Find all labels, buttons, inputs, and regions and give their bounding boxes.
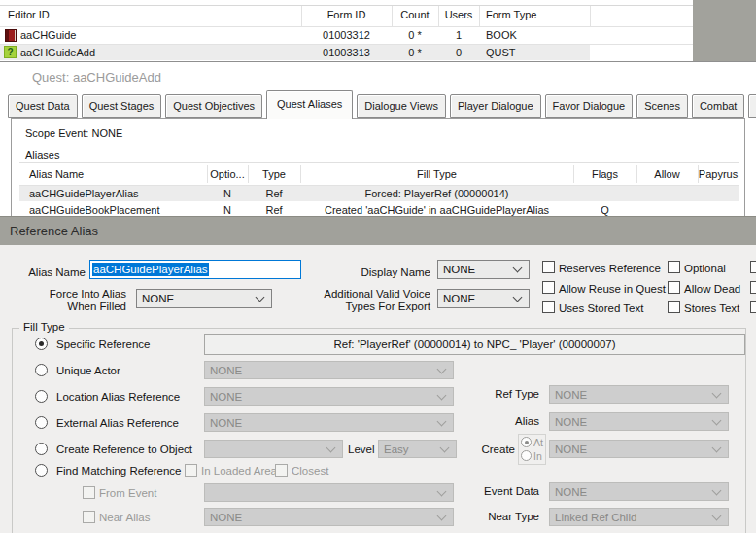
voice-types-value: NONE xyxy=(443,293,475,304)
tab-quest-stages[interactable]: Quest Stages xyxy=(82,94,162,118)
column-header-form-type[interactable]: Form Type xyxy=(486,9,593,22)
uses-stored-text-checkbox[interactable] xyxy=(542,301,555,313)
external-alias-label: External Alias Reference xyxy=(56,417,179,430)
tab-dialogue-views[interactable]: Dialogue Views xyxy=(357,94,446,118)
tab-favors[interactable]: Favors xyxy=(748,94,756,118)
external-alias-value: NONE xyxy=(210,416,242,428)
column-header-users[interactable]: Users xyxy=(438,9,479,22)
reference-alias-title: Reference Alias xyxy=(10,217,98,245)
create-reference-label: Create Reference to Object xyxy=(56,444,192,456)
separator xyxy=(698,165,699,183)
from-event-select xyxy=(204,483,454,502)
separator xyxy=(300,165,301,183)
chevron-down-icon xyxy=(513,293,523,302)
create-label: Create xyxy=(457,444,515,456)
column-header-editor-id[interactable]: Editor ID xyxy=(8,9,290,22)
tab-combat[interactable]: Combat xyxy=(692,94,745,118)
unique-actor-radio[interactable] xyxy=(35,364,48,376)
specific-reference-button[interactable]: Ref: 'PlayerRef' (00000014) to NPC_ 'Pla… xyxy=(204,334,745,355)
column-header-count[interactable]: Count xyxy=(392,9,438,22)
row-form-id: 01003313 xyxy=(301,47,392,60)
separator xyxy=(248,165,249,183)
separator xyxy=(438,6,439,26)
row-users: 0 xyxy=(438,47,479,60)
allow-dead-checkbox[interactable] xyxy=(668,281,680,294)
column-header-type[interactable]: Type xyxy=(248,168,300,182)
tab-scenes[interactable]: Scenes xyxy=(636,94,688,118)
from-event-checkbox xyxy=(83,486,95,499)
separator xyxy=(301,6,302,26)
tab-player-dialogue[interactable]: Player Dialogue xyxy=(450,94,541,118)
chevron-down-icon xyxy=(437,416,447,426)
quest-window-title: Quest: aaCHGuideAdd xyxy=(32,70,161,85)
row-form-type: BOOK xyxy=(486,29,583,43)
location-alias-label: Location Alias Reference xyxy=(56,391,180,404)
create-reference-select xyxy=(204,440,343,458)
force-into-alias-select[interactable]: NONE xyxy=(136,289,272,308)
chevron-down-icon xyxy=(256,293,265,302)
column-header-fill-type[interactable]: Fill Type xyxy=(300,168,573,182)
tab-quest-objectives[interactable]: Quest Objectives xyxy=(165,94,262,118)
alias-label: Alias xyxy=(481,415,539,428)
separator xyxy=(479,6,480,26)
fill-type-cell: Forced: PlayerRef (00000014) xyxy=(300,188,573,201)
alias-name-input[interactable]: aaCHGuidePlayerAlias xyxy=(89,260,301,279)
external-alias-radio[interactable] xyxy=(35,416,48,429)
column-header-allow[interactable]: Allow xyxy=(636,168,698,182)
alias-value: NONE xyxy=(555,415,587,427)
column-header-papyrus[interactable]: Papyrus xyxy=(698,168,739,182)
row-form-id: 01003312 xyxy=(301,29,392,43)
quest-window: Quest: aaCHGuideAdd Quest Data Quest Sta… xyxy=(0,61,756,216)
tab-quest-data[interactable]: Quest Data xyxy=(8,94,78,118)
find-matching-radio[interactable] xyxy=(35,464,48,477)
ref-type-value: NONE xyxy=(555,388,587,400)
ref-type-label: Ref Type xyxy=(481,388,539,401)
allow-reuse-checkbox[interactable] xyxy=(542,281,555,294)
force-into-alias-value: NONE xyxy=(142,293,174,304)
row-count: 0 * xyxy=(392,29,438,43)
type-cell: Ref xyxy=(248,188,300,201)
closest-checkbox xyxy=(275,464,288,477)
specific-reference-radio[interactable] xyxy=(35,338,48,350)
row-users: 1 xyxy=(438,29,479,43)
create-at-radio xyxy=(521,437,532,447)
column-header-flags[interactable]: Flags xyxy=(573,168,636,182)
reference-alias-titlebar[interactable]: Reference Alias xyxy=(0,216,756,245)
reserves-reference-checkbox[interactable] xyxy=(542,261,555,273)
voice-types-label-line2: Types For Export xyxy=(290,301,430,313)
row-editor-id: aaCHGuide xyxy=(20,29,283,43)
chevron-down-icon xyxy=(712,485,722,495)
voice-types-select[interactable]: NONE xyxy=(437,289,530,308)
external-alias-select: NONE xyxy=(204,413,454,432)
stores-text-label: Stores Text xyxy=(684,302,739,315)
create-in-label: In xyxy=(533,450,542,463)
from-event-label: From Event xyxy=(99,487,156,500)
alias-name-cell: aaCHGuidePlayerAlias xyxy=(29,188,204,201)
alias-name-selected-text: aaCHGuidePlayerAlias xyxy=(92,263,209,276)
chevron-down-icon xyxy=(437,364,447,373)
chevron-down-icon xyxy=(712,511,722,520)
fill-type-legend: Fill Type xyxy=(19,321,69,333)
separator xyxy=(0,26,693,27)
column-header-form-id[interactable]: Form ID xyxy=(301,9,392,22)
separator xyxy=(590,6,591,26)
column-header-optional[interactable]: Optio... xyxy=(207,168,248,182)
clipped-checkbox[interactable] xyxy=(750,301,756,313)
column-header-alias-name[interactable]: Alias Name xyxy=(29,168,204,182)
clipped-checkbox[interactable] xyxy=(750,281,756,294)
in-loaded-area-checkbox xyxy=(185,464,197,477)
create-reference-radio[interactable] xyxy=(35,443,48,455)
tab-favor-dialogue[interactable]: Favor Dialogue xyxy=(545,94,634,118)
clipped-checkbox[interactable] xyxy=(750,261,756,273)
tab-quest-aliases[interactable]: Quest Aliases xyxy=(266,90,353,119)
unique-actor-value: NONE xyxy=(210,364,242,375)
optional-checkbox[interactable] xyxy=(668,261,680,273)
level-label: Level xyxy=(348,444,375,456)
stores-text-checkbox[interactable] xyxy=(668,301,680,313)
display-name-select[interactable]: NONE xyxy=(437,260,530,279)
separator xyxy=(573,165,574,183)
location-alias-radio[interactable] xyxy=(35,390,48,403)
voice-types-label-line1: Additional Valid Voice xyxy=(290,288,430,301)
row-count: 0 * xyxy=(392,47,438,60)
chevron-down-icon xyxy=(437,486,447,496)
